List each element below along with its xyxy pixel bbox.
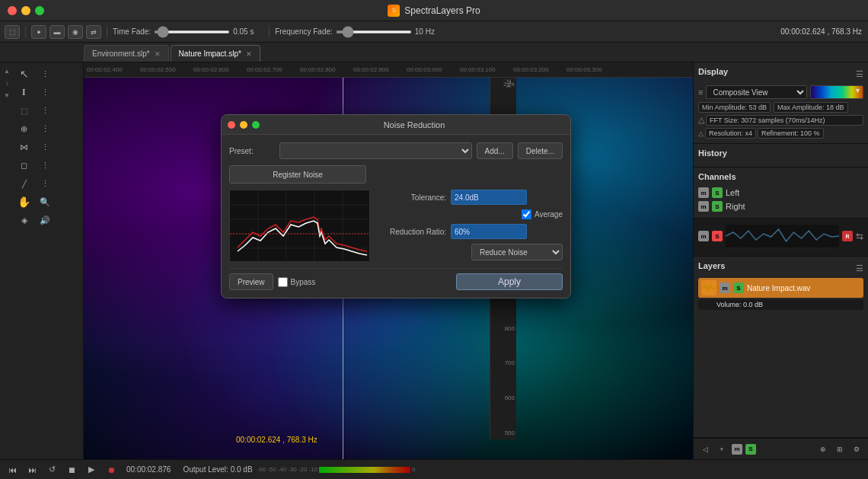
tool-5[interactable]: ⋮	[37, 120, 53, 137]
tool-6[interactable]: ⋮	[37, 139, 53, 155]
bypass-checkbox[interactable]	[278, 277, 288, 287]
layers-panel-header: Layers	[698, 261, 725, 270]
layers-settings-btn[interactable]: ⚙	[850, 443, 863, 455]
freq-700: 700	[492, 359, 515, 366]
toolbar-btn-eye[interactable]: ◉	[68, 25, 83, 39]
time-fade-slider[interactable]	[154, 30, 230, 34]
window-controls[interactable]	[8, 6, 44, 15]
layers-back-btn[interactable]: ◁	[698, 443, 712, 455]
stereo-m[interactable]: m	[698, 231, 709, 241]
tool-magic[interactable]: ⋈	[16, 139, 33, 155]
channel-left-s[interactable]: S	[712, 187, 723, 198]
freq-800: 800	[492, 325, 515, 332]
tool-select[interactable]: ↖	[16, 65, 33, 82]
freq-fade-slider[interactable]	[336, 30, 412, 34]
tool-4[interactable]: ⋮	[37, 102, 53, 119]
transport-loop[interactable]: ↺	[44, 463, 59, 477]
channel-right-m[interactable]: m	[698, 201, 709, 212]
layers-export-btn[interactable]: ⊞	[833, 443, 847, 455]
delete-preset-btn[interactable]: Delete...	[518, 142, 563, 159]
close-button[interactable]	[8, 6, 17, 15]
channel-right-s[interactable]: S	[712, 201, 723, 212]
preset-select[interactable]	[279, 142, 472, 159]
tool-paintbrush[interactable]: ╱	[16, 175, 33, 192]
tool-cursor[interactable]: 𝐈	[16, 84, 33, 101]
tolerance-label: Tolerance:	[378, 193, 446, 202]
tool-eraser[interactable]: ◻	[16, 157, 33, 174]
tool-zoom[interactable]: 🔍	[37, 193, 53, 210]
transport-prev[interactable]: ⏭	[24, 463, 40, 477]
tool-3[interactable]: ⋮	[37, 84, 53, 101]
meter-label-0: 0	[412, 466, 415, 473]
register-noise-btn[interactable]: Register Noise	[229, 165, 366, 184]
layers-import-btn[interactable]: ⊕	[816, 443, 830, 455]
noise-reduction-modal[interactable]: Noise Reduction Preset: Add... Delete...…	[221, 114, 571, 299]
average-checkbox[interactable]	[522, 209, 531, 219]
layers-footer-s[interactable]: S	[745, 444, 756, 455]
tab-environment-close[interactable]: ✕	[155, 50, 161, 58]
toolbar-btn-rect[interactable]: ▬	[49, 25, 65, 39]
nav-down[interactable]: ▼	[2, 90, 12, 101]
modal-minimize[interactable]	[240, 121, 247, 129]
meter-label-neg30: -30	[288, 466, 297, 473]
transport-record[interactable]: ⏺	[104, 463, 119, 477]
right-panel: Display ☰ ≡ Composite View ▼ Min Amplitu…	[693, 62, 868, 459]
reduction-ratio-input[interactable]	[451, 224, 527, 239]
tolerance-input[interactable]	[451, 190, 527, 205]
layer-s[interactable]: S	[733, 283, 744, 293]
tool-8[interactable]: ⋮	[37, 175, 53, 192]
tool-volume[interactable]: 🔊	[37, 212, 53, 228]
tab-environment-label: Environment.slp*	[92, 49, 150, 58]
layers-menu-icon[interactable]: ☰	[856, 263, 863, 273]
tab-nature-impact-close[interactable]: ✕	[246, 50, 252, 58]
modal-body: Preset: Add... Delete... Register Noise	[222, 135, 570, 298]
tool-move[interactable]: ✋	[16, 193, 33, 210]
display-params: Min Amplitude: 53 dB Max Amplitude: 18 d…	[698, 102, 863, 113]
max-amp-badge[interactable]: Max Amplitude: 18 dB	[774, 102, 848, 113]
stereo-s[interactable]: S	[712, 231, 723, 241]
layer-m[interactable]: m	[720, 283, 730, 293]
minimize-button[interactable]	[21, 6, 30, 15]
composite-select[interactable]: Composite View	[706, 85, 807, 99]
toolbar-btn-circle[interactable]: ●	[31, 25, 46, 39]
display-menu-icon[interactable]: ☰	[856, 69, 863, 79]
layers-add-btn[interactable]: +	[715, 443, 729, 455]
transport-to-start[interactable]: ⏮	[5, 463, 20, 477]
resolution-badge[interactable]: Resolution: x4	[705, 128, 756, 139]
tool-2[interactable]: ⋮	[37, 65, 53, 82]
channel-left-m[interactable]: m	[698, 187, 709, 198]
modal-titlebar: Noise Reduction	[222, 115, 570, 135]
nav-up[interactable]: ▲	[2, 65, 12, 76]
tool-rect[interactable]: ⬚	[16, 102, 33, 119]
tab-nature-impact[interactable]: Nature Impact.slp* ✕	[171, 45, 260, 62]
transport-play[interactable]: ▶	[84, 463, 99, 477]
add-preset-btn[interactable]: Add...	[477, 142, 513, 159]
apply-btn[interactable]: Apply	[456, 273, 563, 290]
tool-lasso[interactable]: ⊕	[16, 120, 33, 137]
nav-scroll[interactable]: ↕	[2, 78, 12, 88]
tick-4: 00:00:02.700	[247, 66, 300, 73]
stereo-controls-icon[interactable]: ⇆	[856, 231, 863, 241]
refinement-badge[interactable]: Refinement: 100 %	[758, 128, 824, 139]
maximize-button[interactable]	[35, 6, 44, 15]
preview-btn[interactable]: Preview	[229, 273, 273, 290]
level-meter-bar	[319, 467, 410, 473]
layers-footer-m[interactable]: m	[732, 444, 742, 455]
fft-badge[interactable]: FFT Size: 3072 samples (70ms/14Hz)	[706, 115, 863, 126]
toolbar-btn-1[interactable]: ⬚	[5, 25, 20, 39]
toolbar-btn-arr[interactable]: ⇄	[86, 25, 101, 39]
channel-right-label: Right	[726, 202, 745, 211]
layer-waveform-icon	[701, 280, 716, 295]
tab-environment[interactable]: Environment.slp* ✕	[84, 45, 169, 62]
tool-7[interactable]: ⋮	[37, 157, 53, 174]
res-icon: △	[698, 129, 704, 137]
min-amp-badge[interactable]: Min Amplitude: 53 dB	[698, 102, 771, 113]
mode-select[interactable]: Reduce Noise	[471, 244, 563, 260]
tool-3d[interactable]: ◈	[16, 212, 33, 228]
modal-maximize[interactable]	[252, 121, 260, 129]
colormap-selector[interactable]: ▼	[810, 85, 863, 99]
transport-stop[interactable]: ⏹	[64, 463, 79, 477]
app-title-text: SpectraLayers Pro	[404, 5, 480, 16]
layer-item[interactable]: m S Nature Impact.wav	[698, 278, 863, 298]
modal-close[interactable]	[228, 121, 235, 129]
